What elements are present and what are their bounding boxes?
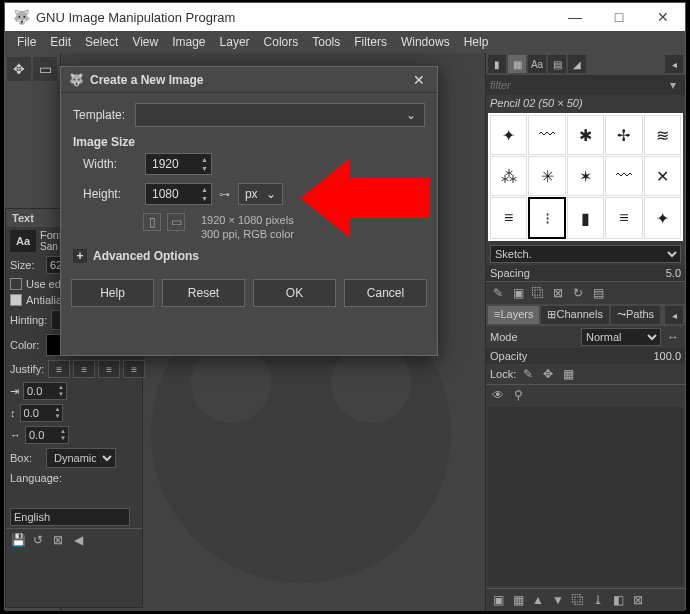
delete-icon[interactable]: ⊠ [50, 532, 66, 548]
filter-dropdown-icon[interactable]: ▾ [665, 77, 681, 93]
brush-item[interactable]: ⁂ [490, 156, 527, 196]
tab-channels[interactable]: ⊞Channels [541, 306, 608, 324]
menu-tools[interactable]: Tools [306, 33, 346, 51]
indent-input[interactable]: ▲▼ [23, 382, 67, 400]
justify-left-icon[interactable]: ≡ [48, 360, 70, 378]
brush-filter-input[interactable] [490, 79, 665, 91]
mode-switch-icon[interactable]: ↔ [665, 329, 681, 345]
menu-image[interactable]: Image [166, 33, 211, 51]
box-select[interactable]: Dynamic [46, 448, 116, 468]
opacity-value[interactable]: 100.0 [653, 350, 681, 362]
menu-windows[interactable]: Windows [395, 33, 456, 51]
justify-fill-icon[interactable]: ≡ [123, 360, 145, 378]
width-input[interactable]: ▲▼ [145, 153, 212, 175]
brush-item[interactable]: ✳ [528, 156, 565, 196]
menu-view[interactable]: View [126, 33, 164, 51]
restore-icon[interactable]: ↺ [30, 532, 46, 548]
brush-item[interactable]: ≡ [605, 197, 642, 239]
justify-center-icon[interactable]: ≡ [98, 360, 120, 378]
image-size-heading: Image Size [73, 135, 425, 149]
tab-patterns-icon[interactable]: ▦ [508, 55, 526, 73]
brush-item[interactable]: ✦ [490, 115, 527, 155]
tab-paths[interactable]: ⤳Paths [611, 306, 660, 324]
line-spacing-input[interactable]: ▲▼ [20, 404, 64, 422]
brush-item[interactable]: ✱ [567, 115, 604, 155]
window-minimize-button[interactable]: — [553, 3, 597, 31]
new-brush-icon[interactable]: ▣ [510, 285, 526, 301]
template-select[interactable]: ⌄ [135, 103, 425, 127]
brush-item[interactable]: ✶ [567, 156, 604, 196]
brush-item[interactable]: ✢ [605, 115, 642, 155]
tool-options-footer: 💾 ↺ ⊠ ◀ [6, 528, 142, 551]
height-input[interactable]: ▲▼ [145, 183, 212, 205]
dialog-close-button[interactable]: ✕ [409, 70, 429, 90]
link-icon[interactable]: ⚲ [510, 387, 526, 403]
open-brush-icon[interactable]: ▤ [590, 285, 606, 301]
reset-icon[interactable]: ◀ [70, 532, 86, 548]
refresh-brushes-icon[interactable]: ↻ [570, 285, 586, 301]
brush-item[interactable]: ✕ [644, 156, 681, 196]
tab-gradients-icon[interactable]: ◢ [568, 55, 586, 73]
tab-fonts-icon[interactable]: Aa [528, 55, 546, 73]
letter-spacing-input[interactable]: ▲▼ [25, 426, 69, 444]
dup-layer-icon[interactable]: ⿻ [570, 592, 586, 608]
dialog-titlebar[interactable]: 🐺 Create a New Image ✕ [61, 67, 437, 93]
window-maximize-button[interactable]: □ [597, 3, 641, 31]
menu-filters[interactable]: Filters [348, 33, 393, 51]
reset-button[interactable]: Reset [162, 279, 245, 307]
chevron-down-icon: ⌄ [266, 187, 276, 201]
antialias-checkbox[interactable]: ✕ [10, 294, 22, 306]
delete-layer-icon[interactable]: ⊠ [630, 592, 646, 608]
justify-right-icon[interactable]: ≡ [73, 360, 95, 378]
lower-layer-icon[interactable]: ▼ [550, 592, 566, 608]
lock-pixels-icon[interactable]: ✎ [520, 366, 536, 382]
help-button[interactable]: Help [71, 279, 154, 307]
indent-icon: ⇥ [10, 385, 19, 398]
move-icon[interactable]: ✥ [7, 57, 31, 81]
blend-mode-select[interactable]: Normal [581, 328, 661, 346]
dialog-button-row: Help Reset OK Cancel [61, 271, 437, 315]
save-preset-icon[interactable]: 💾 [10, 532, 26, 548]
layers-menu-icon[interactable]: ◂ [665, 306, 683, 324]
tab-document-icon[interactable]: ▤ [548, 55, 566, 73]
unit-select[interactable]: px⌄ [238, 183, 283, 205]
new-group-icon[interactable]: ▦ [510, 592, 526, 608]
menu-edit[interactable]: Edit [44, 33, 77, 51]
brush-item[interactable]: ▮ [567, 197, 604, 239]
ok-button[interactable]: OK [253, 279, 336, 307]
tab-brushes-icon[interactable]: ▮ [488, 55, 506, 73]
titlebar: 🐺 GNU Image Manipulation Program — □ ✕ [5, 3, 685, 31]
brush-category-select[interactable]: Sketch. [490, 245, 681, 263]
dup-brush-icon[interactable]: ⿻ [530, 285, 546, 301]
brush-item[interactable]: 〰 [528, 115, 565, 155]
select-icon[interactable]: ▭ [33, 57, 57, 81]
menu-colors[interactable]: Colors [258, 33, 305, 51]
landscape-icon[interactable]: ▭ [167, 213, 185, 231]
delete-brush-icon[interactable]: ⊠ [550, 285, 566, 301]
cancel-button[interactable]: Cancel [344, 279, 427, 307]
right-dock: ▮ ▦ Aa ▤ ◢ ◂ ▾ Pencil 02 (50 × 50) ✦ 〰 ✱… [485, 53, 685, 611]
spacing-value[interactable]: 5.0 [666, 267, 681, 279]
mask-icon[interactable]: ◧ [610, 592, 626, 608]
advanced-options-toggle[interactable]: + Advanced Options [73, 249, 425, 263]
menu-help[interactable]: Help [458, 33, 495, 51]
lock-alpha-icon[interactable]: ▦ [560, 366, 576, 382]
brush-item[interactable]: ✦ [644, 197, 681, 239]
menu-layer[interactable]: Layer [214, 33, 256, 51]
merge-down-icon[interactable]: ⤓ [590, 592, 606, 608]
language-input[interactable] [10, 508, 130, 526]
raise-layer-icon[interactable]: ▲ [530, 592, 546, 608]
lock-position-icon[interactable]: ✥ [540, 366, 556, 382]
window-close-button[interactable]: ✕ [641, 3, 685, 31]
link-dimensions-icon[interactable]: ⊶ [218, 188, 232, 201]
menu-file[interactable]: File [11, 33, 42, 51]
portrait-icon[interactable]: ▯ [143, 213, 161, 231]
use-editor-checkbox[interactable] [10, 278, 22, 290]
menu-select[interactable]: Select [79, 33, 124, 51]
brush-item-selected[interactable]: ⁝ [528, 197, 565, 239]
brush-item[interactable]: ≋ [644, 115, 681, 155]
tab-menu-icon[interactable]: ◂ [665, 55, 683, 73]
layer-list[interactable] [488, 407, 683, 586]
brush-item[interactable]: 〰 [605, 156, 642, 196]
brush-actions: ✎ ▣ ⿻ ⊠ ↻ ▤ [486, 281, 685, 304]
